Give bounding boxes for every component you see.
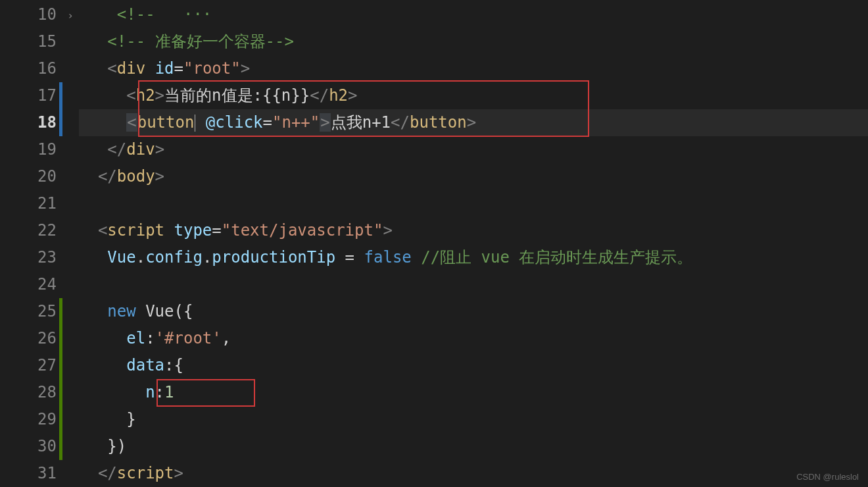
line-number: 20 xyxy=(0,163,79,190)
line-number-current: 18 xyxy=(0,109,79,136)
comment-open: <!-- xyxy=(117,5,155,24)
code-line[interactable]: <!-- ··· xyxy=(79,1,868,28)
line-number: 25 xyxy=(0,298,79,325)
line-number-gutter: 10› 15 16 17 18 19 20 21 22 23 24 25 26 … xyxy=(0,0,79,487)
gutter-add-bar xyxy=(59,406,62,433)
line-number: 26 xyxy=(0,325,79,352)
code-line-current[interactable]: <button @click="n++">点我n+1</button> xyxy=(79,109,868,136)
line-number: 16 xyxy=(0,55,79,82)
line-number: 17 xyxy=(0,82,79,109)
code-line[interactable]: <script type="text/javascript"> xyxy=(79,217,868,244)
code-line[interactable]: data:{ xyxy=(79,352,868,379)
code-line[interactable]: Vue.config.productionTip = false //阻止 vu… xyxy=(79,244,868,271)
code-line[interactable]: </script> xyxy=(79,460,868,487)
gutter-add-bar xyxy=(59,298,62,325)
line-number: 23 xyxy=(0,244,79,271)
line-number: 10› xyxy=(0,1,79,28)
line-number: 21 xyxy=(0,190,79,217)
line-number: 22 xyxy=(0,217,79,244)
line-number: 27 xyxy=(0,352,79,379)
gutter-add-bar xyxy=(59,379,62,406)
text-cursor xyxy=(195,115,195,132)
gutter-change-bar xyxy=(59,109,62,136)
gutter-add-bar xyxy=(59,325,62,352)
code-line[interactable]: new Vue({ xyxy=(79,298,868,325)
line-number: 29 xyxy=(0,406,79,433)
tag-div-close: div xyxy=(126,140,155,159)
tag-body-close: body xyxy=(117,167,155,186)
tag-h2: h2 xyxy=(136,86,155,105)
code-line[interactable]: } xyxy=(79,406,868,433)
code-line[interactable]: <div id="root"> xyxy=(79,55,868,82)
tag-button: button xyxy=(137,113,195,132)
gutter-add-bar xyxy=(59,352,62,379)
code-line[interactable]: el:'#root', xyxy=(79,325,868,352)
gutter-change-bar xyxy=(59,82,62,109)
code-line[interactable] xyxy=(79,271,868,298)
code-line[interactable]: <h2>当前的n值是:{{n}}</h2> xyxy=(79,82,868,109)
gutter-add-bar xyxy=(59,433,62,460)
code-content[interactable]: <!-- ··· <!-- 准备好一个容器--> <div id="root">… xyxy=(79,0,868,487)
code-line[interactable]: n:1 xyxy=(79,379,868,406)
line-number: 15 xyxy=(0,28,79,55)
line-number: 31 xyxy=(0,460,79,487)
code-line[interactable] xyxy=(79,190,868,217)
code-line[interactable]: </div> xyxy=(79,136,868,163)
line-number: 19 xyxy=(0,136,79,163)
line-number: 28 xyxy=(0,379,79,406)
tag-div: div xyxy=(117,59,145,78)
code-line[interactable]: <!-- 准备好一个容器--> xyxy=(79,28,868,55)
comment: //阻止 vue 在启动时生成生产提示。 xyxy=(412,248,693,267)
tag-script-close: script xyxy=(117,464,174,482)
tag-script: script xyxy=(107,221,164,240)
line-number: 30 xyxy=(0,433,79,460)
fold-ellipsis: ··· xyxy=(183,5,212,24)
code-line[interactable]: }) xyxy=(79,433,868,460)
watermark: CSDN @ruleslol xyxy=(796,472,859,482)
fold-icon[interactable]: › xyxy=(67,1,74,28)
comment: <!-- 准备好一个容器--> xyxy=(107,32,294,51)
line-number: 24 xyxy=(0,271,79,298)
code-line[interactable]: </body> xyxy=(79,163,868,190)
code-editor[interactable]: 10› 15 16 17 18 19 20 21 22 23 24 25 26 … xyxy=(0,0,868,487)
